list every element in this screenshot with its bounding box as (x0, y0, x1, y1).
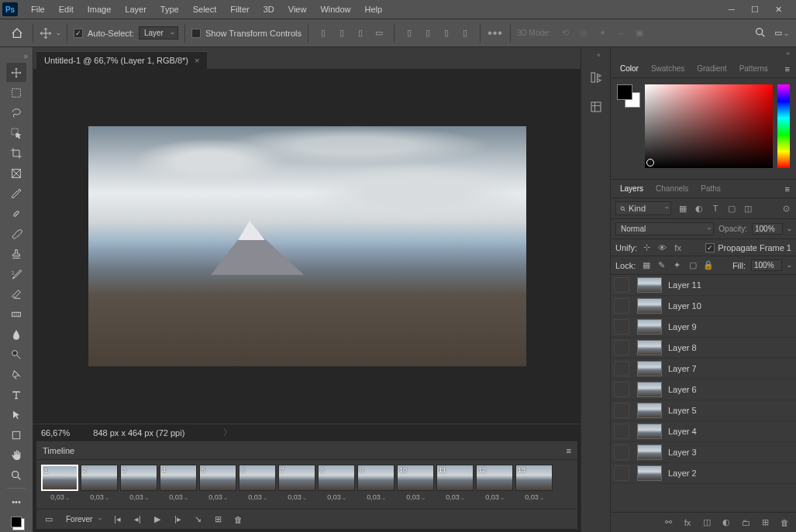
timeline-frame[interactable]: 60,03 (239, 465, 276, 504)
unify-visibility-icon[interactable]: 👁 (657, 242, 667, 252)
gradient-tool[interactable] (6, 304, 26, 324)
color-panel-menu-icon[interactable]: ≡ (782, 64, 793, 74)
status-arrow-icon[interactable]: 〉 (223, 427, 232, 438)
frame-duration[interactable]: 0,03 (318, 493, 355, 501)
tab-swatches[interactable]: Swatches (645, 61, 691, 76)
move-tool-icon[interactable]: ⌵ (40, 27, 60, 39)
filter-pixel-icon[interactable]: ▦ (677, 203, 688, 214)
distribute-icon[interactable]: ▯ (457, 25, 474, 42)
history-panel-icon[interactable] (588, 69, 605, 86)
layer-row[interactable]: Layer 10 (611, 296, 796, 317)
align-bottom-icon[interactable]: ▯ (438, 25, 455, 42)
layer-thumbnail[interactable] (637, 298, 662, 314)
hand-tool[interactable] (6, 445, 26, 465)
edit-toolbar-icon[interactable]: ••• (6, 492, 26, 511)
timeline-convert-icon[interactable]: ▭ (43, 514, 55, 524)
layer-mask-icon[interactable]: ◫ (701, 517, 712, 527)
layer-thumbnail[interactable] (637, 382, 662, 397)
frame-duration[interactable]: 0,03 (81, 493, 118, 501)
lock-position-icon[interactable]: ✦ (672, 260, 682, 270)
tab-paths[interactable]: Paths (694, 181, 727, 196)
timeline-frame[interactable]: 10,03 (41, 465, 78, 504)
dock-expand-icon[interactable]: « (591, 49, 607, 61)
foreground-color-swatch[interactable] (617, 84, 632, 100)
unify-position-icon[interactable]: ⊹ (642, 242, 652, 252)
marquee-tool[interactable] (6, 83, 26, 102)
blend-mode-dropdown[interactable]: Normal (615, 222, 714, 235)
layer-row[interactable]: Layer 9 (611, 317, 796, 338)
frame-duration[interactable]: 0,03 (436, 493, 474, 501)
layer-row[interactable]: Layer 7 (611, 359, 796, 379)
type-tool[interactable] (6, 385, 26, 404)
align-middle-icon[interactable]: ▯ (419, 25, 436, 42)
timeline-frame[interactable]: 110,03 (436, 465, 474, 504)
layer-row[interactable]: Layer 5 (611, 400, 796, 421)
tab-color[interactable]: Color (614, 61, 645, 76)
visibility-toggle[interactable] (614, 319, 629, 335)
workspace-switcher[interactable]: ▭ ⌵ (774, 28, 788, 38)
frame-duration[interactable]: 0,03 (239, 493, 276, 501)
crop-tool[interactable] (6, 143, 26, 163)
stamp-tool[interactable] (6, 244, 26, 263)
frame-duration[interactable]: 0,03 (515, 493, 553, 501)
align-stretch-icon[interactable]: ▭ (370, 25, 388, 42)
play-icon[interactable]: ▶ (151, 514, 164, 524)
menu-type[interactable]: Type (153, 0, 186, 19)
align-right-icon[interactable]: ▯ (352, 25, 369, 42)
color-swatch-tool[interactable] (6, 512, 26, 531)
layer-thumbnail[interactable] (637, 319, 662, 335)
properties-panel-icon[interactable] (588, 98, 605, 115)
menu-file[interactable]: File (24, 0, 52, 19)
visibility-toggle[interactable] (614, 277, 629, 293)
panels-collapse-icon[interactable]: » (611, 47, 796, 60)
filter-smart-icon[interactable]: ◫ (743, 203, 753, 214)
menu-help[interactable]: Help (358, 0, 390, 19)
lasso-tool[interactable] (6, 103, 26, 122)
visibility-toggle[interactable] (614, 444, 629, 460)
layer-thumbnail[interactable] (637, 361, 662, 376)
frame-duration[interactable]: 0,03 (41, 493, 78, 501)
adjustment-layer-icon[interactable]: ◐ (721, 517, 732, 527)
unify-style-icon[interactable]: fx (673, 242, 683, 252)
visibility-toggle[interactable] (614, 424, 629, 439)
frame-duration[interactable]: 0,03 (199, 493, 236, 501)
duplicate-frame-icon[interactable]: ⊞ (212, 514, 224, 524)
filter-type-icon[interactable]: T (710, 203, 721, 214)
eraser-tool[interactable] (6, 284, 26, 304)
blur-tool[interactable] (6, 324, 26, 344)
move-tool[interactable] (6, 63, 26, 82)
document-dimensions[interactable]: 848 px x 464 px (72 ppi) (93, 428, 184, 438)
menu-edit[interactable]: Edit (52, 0, 81, 19)
hue-slider[interactable] (777, 84, 790, 168)
minimize-button[interactable]: ─ (725, 3, 738, 15)
layer-row[interactable]: Layer 3 (611, 442, 796, 463)
lock-artboard-icon[interactable]: ▢ (687, 260, 698, 270)
history-brush-tool[interactable] (6, 264, 26, 283)
layer-thumbnail[interactable] (637, 277, 662, 293)
menu-image[interactable]: Image (81, 0, 119, 19)
filter-shape-icon[interactable]: ▢ (726, 203, 737, 214)
timeline-frame[interactable]: 90,03 (357, 465, 395, 504)
frame-duration[interactable]: 0,03 (120, 493, 157, 501)
opacity-input[interactable] (752, 223, 783, 235)
timeline-frame[interactable]: 40,03 (160, 465, 197, 504)
fill-input[interactable] (751, 259, 782, 271)
eyedropper-tool[interactable] (6, 184, 26, 203)
filter-adjustment-icon[interactable]: ◐ (694, 203, 705, 214)
canvas-viewport[interactable] (33, 69, 581, 424)
visibility-toggle[interactable] (614, 382, 629, 397)
path-select-tool[interactable] (6, 405, 26, 424)
layer-thumbnail[interactable] (637, 424, 662, 439)
layer-thumbnail[interactable] (637, 465, 662, 481)
layer-group-icon[interactable]: 🗀 (740, 518, 751, 527)
layer-thumbnail[interactable] (637, 403, 662, 418)
new-layer-icon[interactable]: ⊞ (760, 517, 770, 527)
tab-patterns[interactable]: Patterns (733, 61, 774, 76)
toolbar-expand-icon[interactable]: » (22, 50, 29, 62)
timeline-frame[interactable]: 70,03 (278, 465, 315, 504)
close-tab-icon[interactable]: × (195, 56, 199, 65)
visibility-toggle[interactable] (614, 340, 629, 355)
brush-tool[interactable] (6, 224, 26, 243)
timeline-frame[interactable]: 50,03 (199, 465, 236, 504)
menu-window[interactable]: Window (313, 0, 357, 19)
